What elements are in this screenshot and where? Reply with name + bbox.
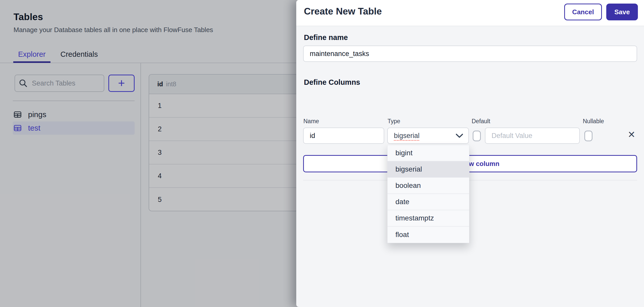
define-name-label: Define name (304, 33, 348, 42)
column-type-select[interactable]: bigserial (387, 128, 469, 144)
default-value-input[interactable] (485, 128, 580, 144)
column-type-value: bigserial (394, 132, 420, 140)
app-root: Tables Manage your Database tables all i… (0, 0, 644, 307)
dropdown-option-bigint[interactable]: bigint (388, 145, 469, 161)
field-label-nullable: Nullable (583, 118, 604, 125)
nullable-checkbox[interactable] (584, 131, 593, 141)
dropdown-option-float[interactable]: float (388, 227, 469, 243)
field-label-default: Default (472, 118, 490, 125)
chevron-down-icon (456, 133, 463, 138)
type-dropdown-menu: bigint bigserial boolean date timestampt… (387, 145, 469, 243)
create-table-drawer: Create New Table Cancel Save Define name… (296, 0, 644, 307)
field-label-name: Name (303, 118, 319, 125)
drawer-title: Create New Table (304, 6, 382, 17)
dropdown-option-bigserial[interactable]: bigserial (388, 161, 469, 178)
table-name-input[interactable] (303, 46, 637, 62)
default-checkbox[interactable] (473, 131, 481, 141)
section-divider (303, 180, 637, 180)
save-button[interactable]: Save (606, 4, 638, 20)
drawer-header: Create New Table Cancel Save (296, 0, 644, 26)
dropdown-option-timestamptz[interactable]: timestamptz (388, 210, 469, 227)
add-column-button[interactable]: Add a new column (303, 155, 637, 172)
dropdown-option-date[interactable]: date (388, 194, 469, 210)
field-label-type: Type (388, 118, 400, 125)
dropdown-option-boolean[interactable]: boolean (388, 178, 469, 194)
remove-column-icon[interactable]: ✕ (628, 130, 635, 139)
column-name-input[interactable] (303, 128, 384, 144)
define-columns-label: Define Columns (304, 78, 360, 87)
cancel-button[interactable]: Cancel (564, 4, 602, 20)
